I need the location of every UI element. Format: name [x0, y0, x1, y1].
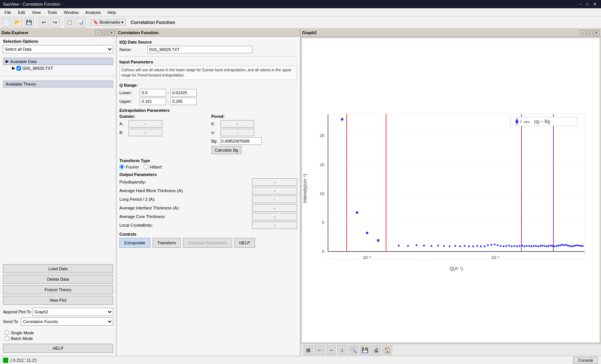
svg-point-57: [525, 245, 527, 247]
avg-interface-input[interactable]: [252, 204, 297, 212]
svg-point-73: [560, 244, 562, 246]
minimize-button[interactable]: −: [578, 2, 583, 7]
panel-close-btn[interactable]: ✕: [109, 30, 115, 35]
name-input[interactable]: [147, 46, 252, 53]
svg-point-30: [423, 245, 425, 247]
toolbar-save[interactable]: 💾: [24, 18, 34, 27]
long-period-input[interactable]: [252, 196, 297, 203]
status-indicator: [3, 358, 8, 363]
toolbar-report[interactable]: 📊: [76, 18, 86, 27]
compute-params-button[interactable]: Compute Parameters: [183, 238, 232, 248]
bookmarks-button[interactable]: 🔖 Bookmarks ▾: [91, 19, 126, 26]
lower-min-input[interactable]: [140, 89, 166, 96]
toolbar-new[interactable]: 📄: [2, 18, 11, 27]
svg-point-65: [544, 245, 545, 247]
k-input[interactable]: [220, 120, 254, 128]
a-label: A:: [119, 122, 127, 126]
svg-point-50: [508, 245, 510, 247]
menu-help[interactable]: Help: [104, 9, 119, 15]
polydispersity-input[interactable]: [252, 178, 297, 186]
extrapolate-button[interactable]: Extrapolate: [119, 238, 150, 248]
menu-edit[interactable]: Edit: [15, 9, 28, 15]
toolbar-undo[interactable]: ↩: [39, 18, 48, 27]
delete-data-button[interactable]: Delete Data: [3, 275, 113, 284]
menu-window[interactable]: Window: [61, 9, 82, 15]
menu-file[interactable]: File: [2, 9, 14, 15]
svg-point-24: [356, 211, 358, 214]
graph-area: 0 5 10 15 20 Intensity(cm⁻¹) 10⁻² 10⁻¹ Q…: [302, 38, 599, 342]
svg-point-82: [576, 244, 578, 246]
toolbar-open[interactable]: 📂: [13, 18, 23, 27]
svg-text:10⁻¹: 10⁻¹: [491, 255, 500, 260]
graph-zoom-btn[interactable]: 🔍: [349, 345, 358, 355]
toolbar-redo[interactable]: ↪: [50, 18, 60, 27]
graph-grid-btn[interactable]: ⊞: [304, 345, 313, 355]
graph-print-btn[interactable]: 🖨: [371, 345, 381, 355]
b-input[interactable]: [128, 129, 162, 136]
graph-title-bar: Graph2 − □ ✕: [300, 29, 601, 37]
svg-rect-1: [328, 114, 584, 259]
graph-save-btn[interactable]: 💾: [360, 345, 370, 355]
graph-maximize-btn[interactable]: □: [587, 30, 593, 35]
status-coordinates: ( 0.212,' 11.2'): [11, 358, 37, 362]
lower-max-input[interactable]: [171, 89, 197, 96]
graph-close-btn[interactable]: ✕: [593, 30, 599, 35]
porod-label: Porod:: [211, 114, 297, 119]
available-data-header[interactable]: ▶ Available Data: [3, 58, 113, 65]
lower-dash: -: [168, 90, 169, 95]
freeze-theory-button[interactable]: Freeze Theory: [3, 285, 113, 294]
calculate-bg-button[interactable]: Calculate Bg: [211, 146, 242, 154]
avg-hard-block-input[interactable]: [252, 187, 297, 194]
send-to-dropdown[interactable]: Correlation Functio: [21, 317, 113, 326]
graph-left-btn[interactable]: ←: [315, 345, 325, 355]
append-plot-dropdown[interactable]: Graph2: [32, 308, 113, 316]
upper-max-input[interactable]: [171, 98, 197, 105]
select-all-data-dropdown[interactable]: Select all Data: [3, 45, 113, 53]
panel-maximize-btn[interactable]: □: [102, 30, 108, 35]
local-crystallinity-input[interactable]: [252, 221, 297, 229]
fourier-radio[interactable]: [119, 164, 124, 169]
maximize-button[interactable]: □: [584, 2, 590, 7]
upper-min-input[interactable]: [140, 98, 166, 105]
corr-help-button[interactable]: HELP: [234, 238, 255, 248]
data-explorer-panel: Data Explorer − □ ✕ Selection Options Se…: [0, 29, 116, 356]
svg-point-33: [443, 245, 445, 247]
console-button[interactable]: Console: [573, 357, 598, 364]
help-button[interactable]: HELP: [3, 344, 113, 353]
hilbert-option[interactable]: Hilbert: [143, 164, 162, 169]
available-theory-header[interactable]: Available Theory: [3, 81, 113, 87]
sigma-input[interactable]: [220, 129, 254, 136]
batch-mode-radio[interactable]: [5, 336, 9, 341]
menu-analysis[interactable]: Analysis: [82, 9, 104, 15]
load-data-button[interactable]: Load Data: [3, 264, 113, 273]
a-input[interactable]: [128, 120, 162, 128]
bg-input[interactable]: [220, 137, 262, 145]
menu-tools[interactable]: Tools: [44, 9, 60, 15]
graph-home-btn[interactable]: 🏠: [382, 345, 392, 355]
hilbert-radio[interactable]: [143, 164, 148, 169]
single-mode-radio[interactable]: [5, 330, 9, 335]
single-mode-label[interactable]: Single Mode: [5, 330, 113, 335]
batch-mode-label[interactable]: Batch Mode: [5, 336, 113, 341]
fourier-option[interactable]: Fourier: [119, 164, 139, 169]
available-data-section: ▶ Available Data ▶ ISIS_98929.TXT: [3, 58, 113, 71]
new-plot-button[interactable]: New Plot: [3, 296, 113, 305]
lower-label: Lower:: [119, 90, 138, 95]
upper-label: Upper:: [119, 99, 138, 104]
upper-dash: -: [168, 99, 169, 104]
menu-view[interactable]: View: [29, 9, 44, 15]
svg-point-40: [476, 245, 478, 247]
data-file-checkbox[interactable]: [17, 66, 21, 71]
graph-controls: − □ ✕: [580, 30, 599, 35]
graph-minimize-btn[interactable]: −: [580, 30, 586, 35]
svg-point-34: [449, 245, 451, 247]
avg-core-input[interactable]: [252, 213, 297, 220]
data-file-item[interactable]: ▶ ISIS_98929.TXT: [3, 65, 113, 71]
transform-button[interactable]: Transform: [153, 238, 181, 248]
toolbar-copy[interactable]: 📋: [65, 18, 74, 27]
close-button[interactable]: ✕: [592, 2, 598, 7]
graph-right-btn[interactable]: →: [326, 345, 336, 355]
svg-text:0: 0: [322, 249, 324, 254]
graph-zoom-fit-btn[interactable]: ↕: [337, 345, 347, 355]
panel-minimize-btn[interactable]: −: [95, 30, 101, 35]
